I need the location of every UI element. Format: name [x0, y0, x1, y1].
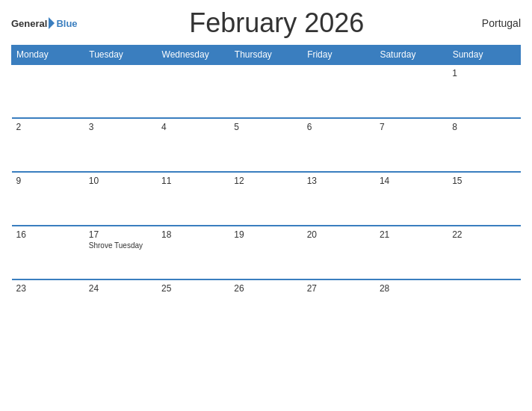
day-number: 6: [307, 122, 371, 132]
logo: General Blue: [11, 17, 78, 29]
calendar-cell: 12: [229, 172, 302, 226]
logo-triangle-icon: [49, 17, 55, 29]
calendar-cell: 5: [229, 118, 302, 172]
calendar-container: General Blue February 2026 Portugal Mond…: [0, 0, 532, 411]
day-number: 16: [16, 229, 80, 240]
calendar-cell: 20: [303, 226, 375, 279]
day-number: 21: [380, 229, 443, 240]
calendar-cell: 17Shrove Tuesday: [84, 226, 157, 279]
day-number: 14: [380, 176, 443, 186]
calendar-cell: 11: [157, 172, 229, 226]
day-number: 19: [234, 229, 297, 240]
calendar-cell: 22: [448, 226, 520, 279]
day-number: 13: [307, 176, 371, 186]
calendar-cell: 6: [303, 118, 375, 172]
calendar-cell: 23: [12, 279, 84, 333]
calendar-cell: 27: [303, 279, 375, 333]
calendar-cell: [12, 64, 84, 118]
calendar-cell: 1: [448, 64, 520, 118]
calendar-cell: 25: [157, 279, 229, 333]
day-number: 20: [307, 229, 371, 240]
day-number: 12: [234, 176, 297, 186]
calendar-cell: 4: [157, 118, 229, 172]
calendar-cell: 7: [375, 118, 448, 172]
calendar-cell: 2: [12, 118, 84, 172]
weekday-header-monday: Monday: [12, 46, 84, 65]
day-number: 18: [161, 229, 225, 240]
day-number: 26: [234, 283, 297, 294]
calendar-cell: 21: [375, 226, 448, 279]
day-number: 17: [89, 229, 152, 240]
calendar-cell: 16: [12, 226, 84, 279]
weekday-header-wednesday: Wednesday: [157, 46, 229, 65]
calendar-cell: 14: [375, 172, 448, 226]
day-number: 8: [452, 122, 516, 132]
calendar-header: General Blue February 2026 Portugal: [11, 7, 521, 39]
calendar-cell: [229, 64, 302, 118]
week-row-1: 1: [12, 64, 521, 118]
day-number: 5: [234, 122, 297, 132]
weekday-header-thursday: Thursday: [229, 46, 302, 65]
weekday-header-tuesday: Tuesday: [84, 46, 157, 65]
day-number: 10: [89, 176, 152, 186]
weekday-header-sunday: Sunday: [448, 46, 520, 65]
day-number: 25: [161, 283, 225, 294]
calendar-cell: 28: [375, 279, 448, 333]
logo-blue-text: Blue: [56, 18, 77, 29]
day-number: 23: [16, 283, 80, 294]
calendar-cell: 9: [12, 172, 84, 226]
calendar-cell: 19: [229, 226, 302, 279]
calendar-cell: 10: [84, 172, 157, 226]
day-number: 28: [380, 283, 443, 294]
calendar-cell: [157, 64, 229, 118]
country-label: Portugal: [476, 17, 521, 29]
week-row-3: 9101112131415: [12, 172, 521, 226]
weekday-header-saturday: Saturday: [375, 46, 448, 65]
logo-general-text: General: [11, 18, 47, 29]
day-number: 24: [89, 283, 152, 294]
calendar-cell: 15: [448, 172, 520, 226]
weekday-header-row: MondayTuesdayWednesdayThursdayFridaySatu…: [12, 46, 521, 65]
calendar-cell: 26: [229, 279, 302, 333]
day-number: 27: [307, 283, 371, 294]
calendar-cell: 3: [84, 118, 157, 172]
event-label: Shrove Tuesday: [89, 241, 152, 250]
day-number: 7: [380, 122, 443, 132]
weekday-header-friday: Friday: [303, 46, 375, 65]
day-number: 1: [452, 68, 516, 78]
calendar-cell: [375, 64, 448, 118]
month-title: February 2026: [78, 7, 476, 39]
calendar-cell: 24: [84, 279, 157, 333]
calendar-cell: 8: [448, 118, 520, 172]
day-number: 3: [89, 122, 152, 132]
week-row-5: 232425262728: [12, 279, 521, 333]
calendar-cell: [84, 64, 157, 118]
day-number: 9: [16, 176, 80, 186]
week-row-2: 2345678: [12, 118, 521, 172]
week-row-4: 1617Shrove Tuesday1819202122: [12, 226, 521, 279]
day-number: 15: [452, 176, 516, 186]
calendar-cell: [448, 279, 520, 333]
calendar-cell: 18: [157, 226, 229, 279]
day-number: 4: [161, 122, 225, 132]
day-number: 11: [161, 176, 225, 186]
day-number: 2: [16, 122, 80, 132]
day-number: 22: [452, 229, 516, 240]
calendar-cell: [303, 64, 375, 118]
calendar-cell: 13: [303, 172, 375, 226]
calendar-table: MondayTuesdayWednesdayThursdayFridaySatu…: [11, 45, 521, 333]
